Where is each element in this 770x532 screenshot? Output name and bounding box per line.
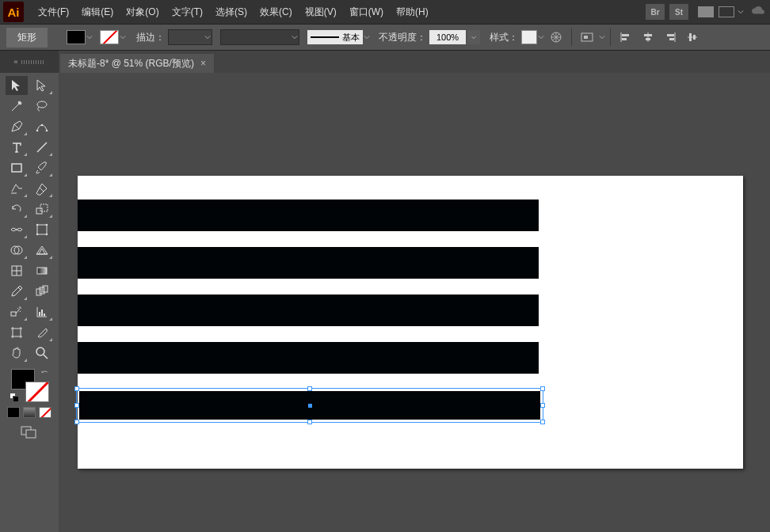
shaper-tool[interactable]	[6, 179, 28, 198]
resize-handle[interactable]	[74, 386, 79, 391]
color-mode-none[interactable]	[39, 407, 51, 418]
tools-panel: ⤺	[0, 73, 59, 532]
stroke-weight-input[interactable]	[168, 29, 212, 45]
menu-window[interactable]: 窗口(W)	[343, 0, 390, 24]
recolor-artwork-icon[interactable]	[547, 28, 565, 46]
lasso-tool[interactable]	[31, 97, 53, 116]
swap-fill-stroke-icon[interactable]: ⤺	[41, 367, 48, 376]
artboard-tool[interactable]	[6, 323, 28, 342]
mesh-tool[interactable]	[6, 261, 28, 280]
menu-object[interactable]: 对象(O)	[120, 0, 165, 24]
resize-handle[interactable]	[74, 403, 79, 408]
tool-panel-collapse[interactable]: «	[0, 51, 59, 73]
canvas[interactable]	[59, 73, 770, 532]
eraser-tool[interactable]	[31, 179, 53, 198]
scale-tool[interactable]	[31, 200, 53, 218]
blend-tool[interactable]	[31, 282, 53, 301]
menu-effect[interactable]: 效果(C)	[253, 0, 299, 24]
document-tab[interactable]: 未标题-8* @ 51% (RGB/预览) ×	[60, 54, 214, 73]
align-center-h-icon[interactable]	[639, 28, 657, 46]
menu-select[interactable]: 选择(S)	[209, 0, 253, 24]
stroke-color-swatch[interactable]	[100, 30, 127, 44]
paintbrush-tool[interactable]	[31, 158, 53, 177]
fill-color-swatch[interactable]	[67, 30, 93, 44]
selection-tool[interactable]	[6, 76, 28, 95]
menu-edit[interactable]: 编辑(E)	[75, 0, 120, 24]
chevron-down-icon	[86, 34, 93, 40]
align-left-icon[interactable]	[617, 28, 635, 46]
cloud-sync-icon[interactable]	[749, 6, 767, 19]
svg-rect-31	[39, 312, 40, 316]
shape-rectangle[interactable]	[78, 200, 539, 231]
stroke-indicator[interactable]	[25, 382, 49, 402]
symbol-sprayer-tool[interactable]	[6, 302, 28, 321]
style-label: 样式：	[490, 31, 518, 44]
svg-point-20	[46, 224, 48, 226]
graphic-style-swatch[interactable]	[521, 30, 545, 44]
default-fill-stroke-icon[interactable]	[10, 393, 19, 402]
selection-bounding-box[interactable]	[76, 388, 543, 423]
artboard[interactable]	[78, 176, 743, 469]
shape-builder-tool[interactable]	[6, 241, 28, 260]
close-tab-button[interactable]: ×	[200, 58, 206, 69]
zoom-tool[interactable]	[31, 344, 53, 363]
menu-help[interactable]: 帮助(H)	[390, 0, 435, 24]
resize-handle[interactable]	[540, 420, 545, 424]
line-tool[interactable]	[31, 138, 53, 157]
resize-handle[interactable]	[307, 386, 312, 391]
perspective-grid-tool[interactable]	[31, 241, 53, 260]
shape-rectangle[interactable]	[78, 342, 539, 374]
rotate-tool[interactable]	[6, 200, 28, 218]
workspace-layout-button[interactable]	[696, 6, 745, 17]
chevron-down-icon	[291, 34, 299, 40]
brush-definition[interactable]: 基本	[307, 30, 363, 44]
color-mode-gradient[interactable]	[23, 407, 36, 418]
variable-width-profile[interactable]	[220, 29, 299, 45]
slice-tool[interactable]	[31, 323, 53, 342]
column-graph-tool[interactable]	[31, 302, 53, 321]
hand-tool[interactable]	[6, 344, 28, 363]
resize-handle[interactable]	[307, 420, 312, 424]
resize-handle[interactable]	[74, 420, 79, 424]
curvature-tool[interactable]	[31, 117, 53, 136]
bridge-button[interactable]: Br	[646, 4, 665, 20]
align-right-icon[interactable]	[661, 28, 679, 46]
resize-handle[interactable]	[540, 386, 545, 391]
svg-rect-10	[693, 35, 696, 40]
svg-rect-37	[26, 430, 36, 438]
width-tool[interactable]	[6, 220, 28, 239]
svg-rect-33	[44, 314, 45, 316]
shape-rectangle[interactable]	[78, 247, 539, 279]
opacity-popup-button[interactable]	[467, 30, 480, 44]
gradient-tool[interactable]	[31, 261, 53, 280]
menu-file[interactable]: 文件(F)	[32, 0, 75, 24]
eyedropper-tool[interactable]	[6, 282, 28, 301]
menu-type[interactable]: 文字(T)	[166, 0, 209, 24]
chevron-down-icon	[537, 34, 545, 40]
resize-handle[interactable]	[540, 403, 545, 408]
svg-rect-4	[622, 38, 627, 40]
svg-rect-6	[646, 38, 650, 40]
pen-tool[interactable]	[6, 117, 28, 136]
svg-rect-30	[11, 312, 16, 316]
direct-selection-tool[interactable]	[31, 76, 53, 95]
chevron-down-icon	[363, 34, 371, 40]
screen-mode-button[interactable]	[21, 426, 38, 441]
svg-point-12	[36, 130, 39, 132]
opacity-input[interactable]: 100%	[429, 30, 466, 44]
free-transform-tool[interactable]	[31, 220, 53, 239]
svg-rect-8	[669, 38, 674, 40]
stock-button[interactable]: St	[669, 4, 688, 20]
align-to-button[interactable]	[578, 28, 596, 46]
magic-wand-tool[interactable]	[6, 97, 28, 116]
svg-rect-15	[12, 164, 21, 172]
svg-rect-32	[41, 310, 43, 316]
fill-stroke-cluster[interactable]: ⤺	[10, 367, 49, 402]
menu-view[interactable]: 视图(V)	[299, 0, 343, 24]
type-tool[interactable]	[6, 138, 28, 157]
rectangle-tool[interactable]	[6, 158, 28, 177]
color-mode-solid[interactable]	[7, 407, 20, 418]
align-top-icon[interactable]	[684, 28, 701, 46]
shape-rectangle[interactable]	[78, 294, 539, 326]
svg-rect-9	[689, 33, 692, 41]
